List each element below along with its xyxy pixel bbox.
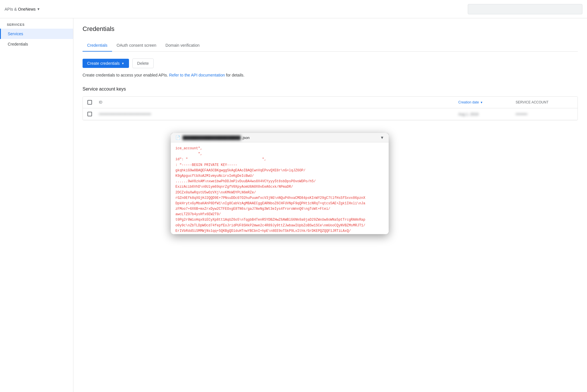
json-filename: ██████████████████████ .json (183, 136, 378, 140)
page-title: Credentials (83, 25, 578, 33)
dropdown-arrow-icon[interactable]: ▼ (37, 7, 40, 11)
info-text: Create credentials to access your enable… (83, 73, 578, 77)
row-checkbox-cell (87, 112, 99, 116)
sidebar-item-credentials[interactable]: Credentials (0, 39, 73, 49)
project-name[interactable]: OneNews (18, 7, 36, 11)
json-line: zFMoo7+6X6B+mxZrxDyw2CTFEOxgE8TN6s/gaJ7A… (175, 206, 384, 212)
json-line: : "-----BEGIN PRIVATE KEY----- (175, 162, 384, 168)
json-line: K9gApgucftbXoA2M1vmyuNcirxIeKgDeIcBwU/ (175, 173, 384, 179)
top-bar: APIs & OneNews ▼ (0, 0, 587, 18)
tabs: Credentials OAuth consent screen Domain … (83, 40, 578, 52)
sidebar-item-label: Services (8, 32, 23, 36)
filename-extension: .json (242, 136, 249, 140)
json-line: rGZn0Efk8qXGjHJ2QQD9E+7PNsuDDc07O2huPuum… (175, 195, 384, 201)
json-title-bar: 📄 ██████████████████████ .json ▼ (171, 133, 389, 142)
search-input[interactable] (468, 4, 582, 14)
tab-oauth-consent[interactable]: OAuth consent screen (112, 40, 161, 52)
json-line: t0Pg2r0WioHqx9iECyXp8tt1AqUZ6o5\nTqgbB4T… (175, 217, 384, 223)
select-all-checkbox[interactable] (87, 100, 92, 105)
sidebar-item-label: Credentials (8, 42, 28, 46)
json-line: ice_account", (175, 146, 384, 151)
main-content: Credentials Credentials OAuth consent sc… (73, 18, 587, 392)
delete-button[interactable]: Delete (132, 58, 154, 68)
row-service: ••••••••• (516, 112, 573, 116)
json-content: ice_account", ",id": " ",: "-----BEGIN P… (171, 142, 389, 234)
row-id: •••••••••••••••••••••••••••••••••••••••• (99, 112, 458, 116)
json-line: ExzzAcib6VhD\n0Ulym69qnrZgfV0XpyAomU8A0X… (175, 184, 384, 190)
file-icon: 📄 (175, 135, 180, 140)
table-row: ••••••••••••••••••••••••••••••••••••••••… (83, 108, 578, 120)
json-line: ......9wV8zkAM\nxwe1bwPhDDJmPlvDuuBA4ws8… (175, 179, 384, 184)
json-line: ", (175, 151, 384, 157)
tab-domain-verification[interactable]: Domain verification (161, 40, 204, 52)
sidebar-section-title: Services (0, 21, 73, 29)
row-date: Aug 1, 2019 (458, 112, 516, 116)
service-account-keys-table: ID Creation date ▼ Service account •••••… (83, 96, 578, 120)
header-creation-date[interactable]: Creation date ▼ (458, 100, 516, 104)
sidebar: Services Services Credentials (0, 18, 73, 392)
json-viewer: 📄 ██████████████████████ .json ▼ ice_acc… (171, 133, 389, 234)
create-credentials-label: Create credentials (87, 61, 120, 66)
header-checkbox-cell (87, 100, 99, 105)
toolbar: Create credentials ▼ Delete (83, 58, 578, 68)
json-line: gkqhkiG9w0BAQEFAASCBKgwggSkAgEAAoIBAQCwn… (175, 168, 384, 173)
chevron-down-icon[interactable]: ▼ (380, 135, 384, 140)
apis-label: APIs & (5, 7, 17, 11)
section-title: Service account keys (83, 87, 578, 92)
json-line: id": " ", (175, 157, 384, 162)
tab-credentials[interactable]: Credentials (83, 40, 112, 52)
create-credentials-button[interactable]: Create credentials ▼ (83, 59, 129, 68)
json-line: DpkHrytxGyMbaKAhP8DfW1\nIg8CabVzAgMBAAEC… (175, 201, 384, 206)
table-header: ID Creation date ▼ Service account (83, 97, 578, 108)
header-id: ID (99, 100, 458, 104)
api-documentation-link[interactable]: Refer to the API documentation (169, 73, 225, 77)
filename-blurred: ██████████████████████ (183, 136, 241, 140)
json-line: ErIVbRddSiSMMWjNs1qq+5QKBgQDlduHTnwYBCbn… (175, 228, 384, 234)
sidebar-item-services[interactable]: Services (0, 29, 73, 39)
json-line: awcLTZO7b4ysHfx6EW2T9/ (175, 212, 384, 217)
json-line: 2DCZx0aXwRqstU5wOzVXj\nxKMkWDYPLN6mRZe/ (175, 190, 384, 195)
main-layout: Services Services Credentials Credential… (0, 18, 587, 392)
json-line: yboGIReSxXjbkurLIVM0PQT+ta\nRH5rFjmtHCcm… (175, 234, 384, 234)
sort-arrow-icon: ▼ (480, 101, 483, 104)
json-line: o0y9c\nZbTLDpWOcd74fepfEoJridPUF8SHkP2mw… (175, 223, 384, 228)
dropdown-arrow-icon: ▼ (122, 62, 124, 65)
header-service-account: Service account (516, 100, 573, 104)
row-checkbox[interactable] (87, 112, 92, 116)
